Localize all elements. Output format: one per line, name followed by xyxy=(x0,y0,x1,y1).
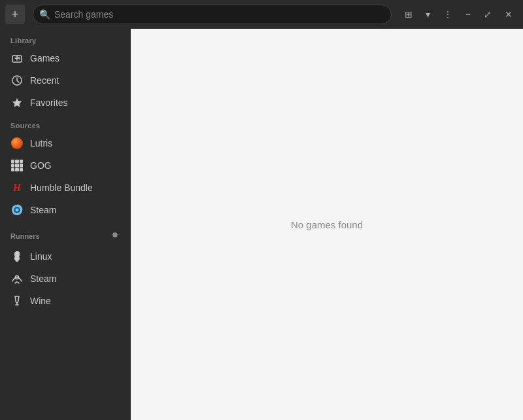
runners-section-header: Runners xyxy=(0,221,131,245)
sidebar-item-linux[interactable]: Linux xyxy=(0,245,131,268)
steam-source-label: Steam xyxy=(30,205,56,215)
games-icon xyxy=(10,52,24,65)
restore-icon: ⤢ xyxy=(484,9,492,20)
steam-runner-label: Steam xyxy=(30,273,56,284)
view-dropdown-button[interactable]: ▾ xyxy=(420,7,435,22)
favorites-label: Favorites xyxy=(30,97,68,108)
sidebar-item-lutris[interactable]: Lutris xyxy=(0,132,131,154)
runners-settings-button[interactable] xyxy=(109,229,120,243)
sidebar-item-recent[interactable]: Recent xyxy=(0,69,131,92)
titlebar: + 🔍 ⊞ ▾ ⋮ − ⤢ ✕ xyxy=(0,0,523,29)
svg-point-6 xyxy=(16,209,19,212)
chevron-down-icon: ▾ xyxy=(426,9,430,20)
sidebar-item-humble-bundle[interactable]: H Humble Bundle xyxy=(0,177,131,199)
grid-view-button[interactable]: ⊞ xyxy=(399,7,418,22)
steam-runner-icon xyxy=(10,272,24,285)
favorites-icon xyxy=(10,96,24,109)
sidebar: Library Games Recent xyxy=(0,29,131,420)
steam-source-icon xyxy=(10,203,24,217)
sidebar-item-steam-source[interactable]: Steam xyxy=(0,199,131,221)
search-bar: 🔍 xyxy=(33,5,392,24)
linux-label: Linux xyxy=(30,251,52,262)
minimize-icon: − xyxy=(465,9,471,20)
games-label: Games xyxy=(30,53,59,63)
search-icon: 🔍 xyxy=(39,9,50,20)
no-games-message: No games found xyxy=(291,219,363,230)
add-button[interactable]: + xyxy=(5,5,25,24)
sidebar-item-favorites[interactable]: Favorites xyxy=(0,92,131,114)
main-layout: Library Games Recent xyxy=(0,29,523,420)
more-options-button[interactable]: ⋮ xyxy=(438,7,458,22)
gog-icon xyxy=(10,159,24,172)
restore-button[interactable]: ⤢ xyxy=(479,7,497,22)
lutris-label: Lutris xyxy=(30,138,52,149)
gog-label: GOG xyxy=(30,160,52,171)
window-controls: ⊞ ▾ ⋮ − ⤢ ✕ xyxy=(399,7,518,22)
main-content: No games found xyxy=(131,29,523,420)
sidebar-item-games[interactable]: Games xyxy=(0,47,131,69)
lutris-icon xyxy=(10,137,24,150)
recent-icon xyxy=(10,74,24,87)
sidebar-item-steam-runner[interactable]: Steam xyxy=(0,268,131,290)
sidebar-item-gog[interactable]: GOG xyxy=(0,154,131,177)
sidebar-item-wine[interactable]: Wine xyxy=(0,290,131,312)
wine-label: Wine xyxy=(30,296,51,306)
wine-icon xyxy=(10,294,24,307)
ellipsis-icon: ⋮ xyxy=(443,9,452,20)
sources-section-label: Sources xyxy=(0,114,131,132)
search-input[interactable] xyxy=(33,5,392,24)
svg-point-2 xyxy=(18,57,20,58)
humble-bundle-icon: H xyxy=(10,181,24,194)
grid-icon: ⊞ xyxy=(405,9,413,20)
close-icon: ✕ xyxy=(505,9,513,20)
close-button[interactable]: ✕ xyxy=(499,7,518,22)
runners-section-label: Runners xyxy=(10,232,40,240)
svg-point-1 xyxy=(19,58,20,60)
minimize-button[interactable]: − xyxy=(460,7,476,22)
humble-bundle-label: Humble Bundle xyxy=(30,183,93,193)
library-section-label: Library xyxy=(0,29,131,47)
linux-icon xyxy=(10,250,24,263)
recent-label: Recent xyxy=(30,75,59,86)
